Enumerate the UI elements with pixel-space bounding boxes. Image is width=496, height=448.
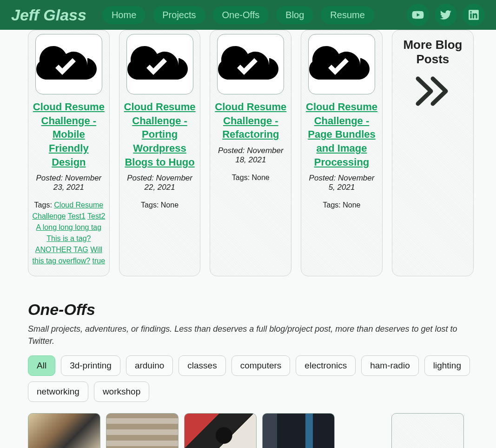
filter-classes[interactable]: classes	[179, 355, 225, 376]
card-image	[308, 34, 375, 94]
cloud-check-icon	[36, 40, 101, 88]
oneoff-thumb-empty[interactable]	[391, 413, 464, 448]
blog-card: Cloud Resume Challenge - Mobile Friendly…	[28, 30, 110, 276]
card-image	[35, 34, 102, 94]
twitter-icon[interactable]	[435, 4, 457, 26]
filter-ham-radio[interactable]: ham-radio	[361, 355, 419, 376]
blog-card: Cloud Resume Challenge - Refactoring Pos…	[210, 30, 291, 276]
nav-home[interactable]: Home	[102, 6, 145, 24]
tags-label: Tags:	[34, 201, 54, 209]
cloud-check-icon	[309, 40, 374, 88]
cloud-check-icon	[218, 40, 283, 88]
blog-card: Cloud Resume Challenge - Porting Wordpre…	[119, 30, 201, 276]
filter-3d-printing[interactable]: 3d-printing	[61, 355, 120, 376]
filter-networking[interactable]: networking	[28, 381, 88, 402]
card-tags-none: Tags: None	[232, 172, 270, 183]
card-title-link[interactable]: Cloud Resume Challenge - Refactoring	[214, 100, 287, 141]
card-tags-none: Tags: None	[323, 200, 361, 211]
card-tags-none: Tags: None	[141, 200, 179, 211]
oneoff-thumb[interactable]	[28, 413, 100, 448]
blog-card: Cloud Resume Challenge - Page Bundles an…	[301, 30, 383, 276]
nav-resume[interactable]: Resume	[321, 6, 374, 24]
card-date: Posted: November 22, 2021	[123, 174, 197, 192]
filter-computers[interactable]: computers	[231, 355, 291, 376]
card-title-link[interactable]: Cloud Resume Challenge - Page Bundles an…	[305, 100, 378, 169]
nav-social	[407, 4, 485, 26]
linkedin-icon[interactable]	[463, 4, 485, 26]
youtube-icon[interactable]	[407, 4, 429, 26]
filter-lighting[interactable]: lighting	[424, 355, 470, 376]
filter-arduino[interactable]: arduino	[126, 355, 173, 376]
oneoff-thumb[interactable]	[262, 413, 335, 448]
site-brand[interactable]: Jeff Glass	[11, 6, 86, 24]
card-date: Posted: November 23, 2021	[32, 174, 106, 192]
cloud-check-icon	[127, 40, 192, 88]
nav-oneoffs[interactable]: One-Offs	[213, 6, 269, 24]
filter-row: All 3d-printing arduino classes computer…	[28, 355, 474, 402]
card-title-link[interactable]: Cloud Resume Challenge - Porting Wordpre…	[123, 100, 197, 169]
oneoffs-thumbs	[28, 413, 474, 448]
nav-projects[interactable]: Projects	[153, 6, 205, 24]
oneoff-thumb[interactable]	[106, 413, 179, 448]
more-blog-posts[interactable]: More Blog Posts	[392, 30, 474, 276]
tag-link[interactable]: Test1	[68, 212, 86, 220]
card-date: Posted: November 18, 2021	[214, 146, 287, 165]
blog-cards-row: Cloud Resume Challenge - Mobile Friendly…	[28, 30, 474, 276]
filter-all[interactable]: All	[28, 355, 55, 376]
oneoffs-subheading: Small projects, adventures, or findings.…	[28, 323, 474, 347]
card-image	[217, 34, 284, 94]
nav-links: Home Projects One-Offs Blog Resume	[102, 6, 374, 24]
nav-blog[interactable]: Blog	[276, 6, 313, 24]
more-title: More Blog Posts	[400, 38, 466, 67]
oneoff-thumb[interactable]	[184, 413, 257, 448]
card-image	[126, 34, 193, 94]
card-title-link[interactable]: Cloud Resume Challenge - Mobile Friendly…	[32, 100, 106, 169]
card-tags: Tags: Cloud Resume Challenge Test1 Test2…	[32, 200, 106, 267]
filter-workshop[interactable]: workshop	[94, 381, 149, 402]
top-nav: Jeff Glass Home Projects One-Offs Blog R…	[0, 0, 496, 30]
tag-link[interactable]: ANOTHER TAG	[35, 246, 88, 254]
tag-link[interactable]: Test2	[87, 212, 105, 220]
tag-link[interactable]: This is a tag?	[46, 234, 91, 242]
tag-link[interactable]: true	[93, 257, 106, 265]
filter-electronics[interactable]: electronics	[296, 355, 356, 376]
tag-link[interactable]: A long long long tag	[36, 223, 102, 231]
card-date: Posted: November 5, 2021	[305, 174, 378, 192]
double-chevron-right-icon	[414, 75, 451, 109]
oneoffs-heading: One-Offs	[28, 301, 474, 319]
